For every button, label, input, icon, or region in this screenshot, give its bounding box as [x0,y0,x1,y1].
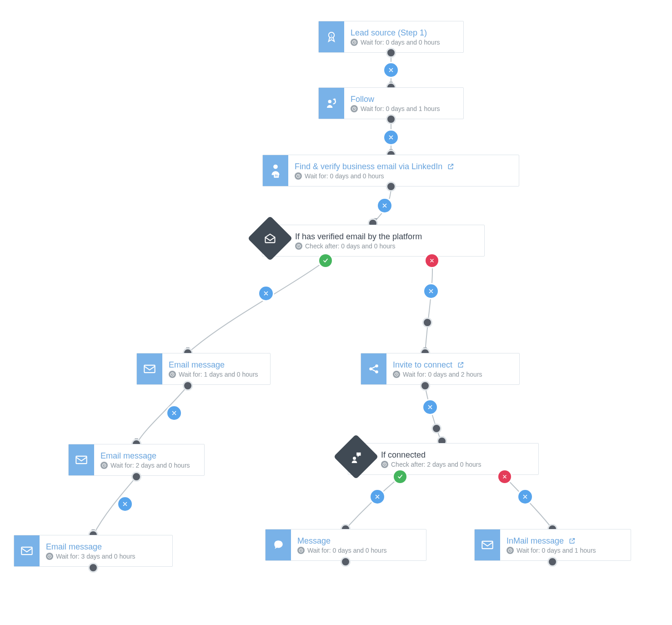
clock-icon [295,242,302,250]
node-condition-has-email[interactable]: If has verified email by the platform Ch… [262,225,485,257]
node-subtitle: Wait for: 0 days and 0 hours [361,39,440,46]
envelope-icon [137,353,162,384]
port-out[interactable] [420,381,430,391]
node-subtitle: Wait for: 0 days and 1 hours [517,547,596,554]
envelope-icon [69,444,94,475]
node-title: Email message [100,451,156,461]
clock-icon [100,462,108,469]
port-out[interactable] [131,472,141,482]
port-out[interactable] [183,381,193,391]
node-subtitle: Check after: 0 days and 0 hours [305,242,395,250]
port-out[interactable] [386,114,396,124]
clock-icon [507,547,514,554]
delete-edge-button[interactable] [424,284,438,298]
condition-yes-badge[interactable] [319,254,332,267]
svg-rect-12 [76,456,86,464]
external-link-icon[interactable] [568,537,576,544]
external-link-icon[interactable] [457,361,464,368]
condition-yes-badge[interactable] [394,470,406,483]
delete-edge-button[interactable] [518,490,532,504]
node-subtitle: Wait for: 2 days and 0 hours [110,462,190,469]
svg-rect-10 [144,365,155,373]
clock-icon [351,39,358,46]
follow-icon [319,88,344,119]
node-title: Email message [46,542,102,552]
node-invite-to-connect[interactable]: Invite to connect Wait for: 0 days and 2… [361,353,520,385]
clock-icon [169,371,176,378]
port-out[interactable] [386,181,396,192]
clock-icon [297,547,305,554]
delete-edge-button[interactable] [167,406,181,420]
delete-edge-button[interactable] [118,497,132,511]
node-subtitle: Wait for: 0 days and 0 hours [307,547,387,554]
port-out[interactable] [386,48,396,58]
envelope-icon [475,529,500,560]
node-title: Message [297,536,331,546]
node-subtitle: Wait for: 0 days and 2 hours [403,371,482,378]
node-title: Invite to connect [393,360,452,370]
node-subtitle: Wait for: 0 days and 1 hours [361,105,440,112]
node-subtitle: Check after: 2 days and 0 hours [391,461,481,468]
external-link-icon[interactable] [447,163,454,170]
clock-icon [46,553,53,560]
clock-icon [295,172,302,180]
svg-rect-14 [21,547,32,554]
envelope-open-icon [248,216,293,261]
condition-no-badge[interactable] [426,254,438,267]
share-icon [361,353,386,384]
svg-text:in: in [275,173,278,177]
node-title: Find & verify business email via LinkedI… [295,161,442,172]
node-subtitle: Wait for: 0 days and 0 hours [305,172,384,180]
node-title: Email message [169,360,225,370]
delete-edge-button[interactable] [384,63,398,77]
edge-midpoint[interactable] [422,318,432,328]
port-out[interactable] [547,557,557,567]
clock-icon [393,371,400,378]
condition-no-badge[interactable] [498,470,511,483]
delete-edge-button[interactable] [423,400,437,414]
svg-point-20 [353,457,356,460]
node-title: InMail message [507,536,564,546]
delete-edge-button[interactable] [378,199,391,212]
node-title: If connected [381,450,426,460]
node-subtitle: Wait for: 1 days and 0 hours [179,371,258,378]
node-condition-connected[interactable]: If connected Check after: 2 days and 0 h… [348,443,539,475]
node-title: If has verified email by the platform [295,232,422,242]
delete-edge-button[interactable] [384,131,398,144]
edge-midpoint[interactable] [431,423,441,433]
node-subtitle: Wait for: 3 days and 0 hours [56,553,135,560]
node-message[interactable]: Message Wait for: 0 days and 0 hours [265,529,426,561]
chat-user-icon [334,434,379,479]
linkedin-user-icon: in [263,155,288,186]
node-title: Follow [351,94,374,105]
badge-icon: 1 [319,21,344,52]
node-email-2[interactable]: Email message Wait for: 2 days and 0 hou… [68,444,205,476]
node-inmail[interactable]: InMail message Wait for: 0 days and 1 ho… [474,529,631,561]
node-email-1[interactable]: Email message Wait for: 1 days and 0 hou… [136,353,271,385]
delete-edge-button[interactable] [259,287,273,300]
node-title: Lead source (Step 1) [351,28,427,38]
svg-point-5 [273,165,278,169]
svg-text:1: 1 [331,34,332,38]
delete-edge-button[interactable] [371,490,384,504]
chat-bubble-icon [266,529,291,560]
clock-icon [381,461,388,468]
node-email-3[interactable]: Email message Wait for: 3 days and 0 hou… [14,535,173,567]
port-out[interactable] [88,563,98,573]
workflow-canvas: ▾ ▾ ▾ ▾ ▾ ▾ ▾ ▾ ▾ ▾ 1 Lead source (Step … [0,0,672,625]
envelope-icon [14,535,40,566]
port-out[interactable] [341,557,351,567]
svg-point-3 [328,100,332,104]
clock-icon [351,105,358,112]
svg-rect-23 [482,541,492,549]
